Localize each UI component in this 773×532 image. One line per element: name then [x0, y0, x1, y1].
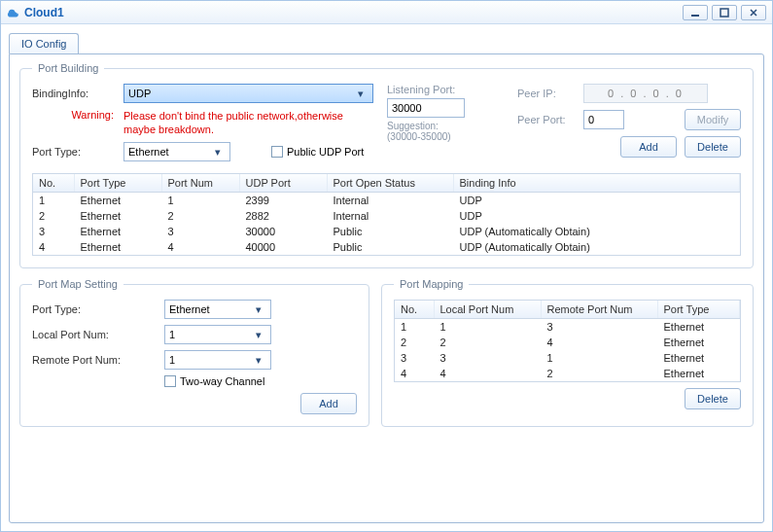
pms-local-combo[interactable]: 1 ▾: [164, 325, 271, 344]
cell: UDP: [453, 208, 740, 224]
group-port-building: Port Building BindingInfo: UDP ▾ Warnin: [19, 62, 754, 268]
table-row[interactable]: 442Ethernet: [395, 366, 740, 381]
peer-port-input[interactable]: 0: [583, 110, 624, 129]
chevron-down-icon: ▾: [251, 354, 266, 367]
twoway-label: Two-way Channel: [180, 375, 264, 387]
cell: 2: [395, 335, 434, 350]
cell: 30000: [239, 224, 327, 239]
close-button[interactable]: [741, 5, 766, 20]
mapping-table-wrap: No. Local Port Num Remote Port Num Port …: [394, 300, 741, 382]
cell: 1: [395, 319, 434, 336]
table-row[interactable]: 1Ethernet12399InternalUDP: [33, 193, 740, 209]
minimize-icon: [690, 8, 700, 18]
add-port-button[interactable]: Add: [620, 136, 677, 158]
modify-button[interactable]: Modify: [685, 109, 741, 130]
public-udp-checkbox[interactable]: Public UDP Port: [271, 146, 364, 158]
legend-port-map-setting: Port Map Setting: [32, 278, 123, 290]
app-icon: [7, 6, 20, 19]
cell: 4: [33, 239, 74, 255]
pms-port-type-combo[interactable]: Ethernet ▾: [164, 300, 271, 319]
warning-label: Warning:: [32, 109, 118, 121]
peer-ip-input[interactable]: 0 . 0 . 0 . 0: [583, 84, 708, 103]
checkbox-box-icon: [164, 375, 176, 387]
peer-port-value: 0: [588, 114, 594, 125]
pms-remote-combo[interactable]: 1 ▾: [164, 350, 271, 370]
col-binfo: Binding Info: [453, 174, 740, 193]
cell: 4: [395, 366, 434, 381]
peer-ip-value: 0 . 0 . 0 . 0: [608, 88, 684, 99]
chevron-down-icon: ▾: [353, 88, 369, 100]
port-type-value: Ethernet: [128, 146, 169, 158]
cell: Ethernet: [74, 224, 161, 239]
listening-port-input[interactable]: 30000: [387, 98, 465, 118]
table-row[interactable]: 4Ethernet440000PublicUDP (Automatically …: [33, 239, 740, 255]
pms-add-button[interactable]: Add: [300, 393, 357, 414]
chevron-down-icon: ▾: [251, 303, 266, 316]
chevron-down-icon: ▾: [210, 146, 226, 159]
chevron-down-icon: ▾: [251, 329, 266, 341]
port-building-left: BindingInfo: UDP ▾ Warning: Please don't…: [32, 84, 373, 167]
mapping-delete-button[interactable]: Delete: [685, 388, 741, 409]
maximize-icon: [720, 8, 729, 18]
cell: 2: [33, 208, 74, 224]
cell: Ethernet: [74, 208, 161, 224]
cell: Ethernet: [657, 319, 740, 336]
col-status: Port Open Status: [327, 174, 453, 193]
port-table[interactable]: No. Port Type Port Num UDP Port Port Ope…: [33, 174, 740, 255]
twoway-checkbox[interactable]: Two-way Channel: [164, 375, 264, 387]
peer-port-label: Peer Port:: [517, 114, 578, 125]
cell: Ethernet: [74, 193, 161, 209]
client-area: IO Config Port Building BindingInfo: UDP…: [9, 30, 764, 523]
cell: Internal: [327, 193, 453, 209]
tab-strip: IO Config: [9, 30, 764, 53]
table-row[interactable]: 3Ethernet330000PublicUDP (Automatically …: [33, 224, 740, 239]
suggestion-range: (30000-35000): [387, 131, 504, 142]
binding-info-value: UDP: [128, 88, 151, 99]
cell: 2: [541, 366, 657, 381]
pms-port-type-label: Port Type:: [32, 303, 158, 315]
legend-port-mapping: Port Mapping: [394, 278, 469, 290]
table-row[interactable]: 331Ethernet: [395, 350, 740, 366]
group-port-mapping: Port Mapping No. Local Port Num Remote P…: [381, 278, 754, 427]
delete-port-button[interactable]: Delete: [685, 136, 741, 158]
listening-port-value: 30000: [392, 102, 422, 114]
port-building-mid: Listening Port: 30000 Suggestion: (30000…: [387, 84, 504, 167]
cell: 1: [161, 193, 239, 209]
cell: UDP: [453, 193, 740, 209]
cell: Ethernet: [657, 335, 740, 350]
cell: Ethernet: [657, 350, 740, 366]
binding-info-label: BindingInfo:: [32, 88, 118, 99]
checkbox-box-icon: [271, 146, 283, 158]
table-row[interactable]: 2Ethernet22882InternalUDP: [33, 208, 740, 224]
mapping-table[interactable]: No. Local Port Num Remote Port Num Port …: [395, 301, 740, 381]
table-row[interactable]: 224Ethernet: [395, 335, 740, 350]
cell: 3: [33, 224, 74, 239]
cell: 40000: [239, 239, 327, 255]
col-ptype: Port Type: [74, 174, 161, 193]
port-building-right: Peer IP: 0 . 0 . 0 . 0 Peer Port: 0: [517, 84, 741, 167]
cell: Public: [327, 224, 453, 239]
cell: Internal: [327, 208, 453, 224]
cell: 4: [161, 239, 239, 255]
cell: 1: [33, 193, 74, 209]
tab-io-config[interactable]: IO Config: [9, 33, 79, 53]
cell: 2399: [239, 193, 327, 209]
col-no: No.: [33, 174, 74, 193]
public-udp-label: Public UDP Port: [287, 146, 364, 158]
m-col-ptype: Port Type: [657, 301, 740, 319]
cell: Ethernet: [74, 239, 161, 255]
maximize-button[interactable]: [712, 5, 737, 20]
binding-info-combo[interactable]: UDP ▾: [123, 84, 373, 103]
pms-port-type-value: Ethernet: [169, 303, 210, 315]
cell: 3: [434, 350, 541, 366]
group-port-map-setting: Port Map Setting Port Type: Ethernet ▾ L…: [19, 278, 369, 427]
cell: 4: [541, 335, 657, 350]
port-type-label: Port Type:: [32, 146, 118, 158]
minimize-button[interactable]: [683, 5, 708, 20]
port-type-combo[interactable]: Ethernet ▾: [123, 142, 230, 161]
m-col-remote: Remote Port Num: [541, 301, 657, 319]
table-row[interactable]: 113Ethernet: [395, 319, 740, 336]
cell: Ethernet: [657, 366, 740, 381]
close-icon: [749, 8, 758, 18]
title-bar: Cloud1: [1, 1, 772, 24]
